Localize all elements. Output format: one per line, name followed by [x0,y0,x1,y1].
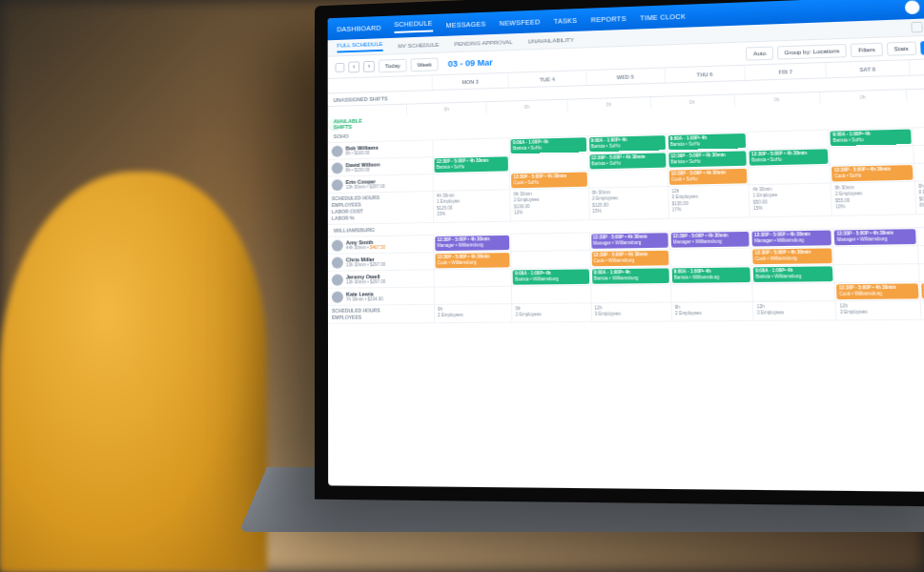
shift-cell[interactable]: 12:30P - 5:00P • 4h 30minBarista • SoHo [747,148,830,166]
tab-full-schedule[interactable]: FULL SCHEDULE [337,41,382,52]
avatar [332,256,343,268]
auto-button[interactable]: Auto [746,46,773,60]
shift-cell[interactable]: 12:30P - 5:00P • 4h 30minManager • Willi… [668,231,750,249]
day-col: WED 5 [585,69,665,86]
today-button[interactable]: Today [379,58,407,72]
select-all-checkbox[interactable] [336,62,345,72]
shift-cell[interactable]: 9:00A - 1:00P• 4hBarista • SoHo [586,134,667,153]
shift-cell[interactable]: 9:00A - 1:00P• 4hBarista • SoHo [509,136,587,154]
shift-cell[interactable]: 12:30P - 5:00P • 4h 30minManager • Willi… [433,235,510,252]
shift-cell[interactable]: 12:30P - 5:00P • 4h 30minCook • Williams… [834,282,919,300]
expand-icon[interactable] [911,22,923,33]
nav-schedule[interactable]: SCHEDULE [394,19,432,32]
avatar [332,145,343,156]
group-dropdown[interactable]: Group by: Locations [777,43,848,59]
tab-my-schedule[interactable]: MY SCHEDULE [398,41,439,48]
prev-button[interactable]: ‹ [348,61,359,72]
employee-bob[interactable]: Bob Williams8h • $160.00 [328,140,433,158]
shift-cell[interactable]: 9:00A - 1:00P• 4hBarista • SoHo [829,128,913,147]
avatar [332,179,343,191]
avatar [332,274,343,285]
stats-button[interactable]: Stats [887,41,916,55]
laptop-frame: DASHBOARD SCHEDULE MESSAGES NEWSFEED TAS… [315,0,924,507]
employee-jeremy[interactable]: Jeremy Owell13h 30min • $297.00 [328,270,434,287]
tab-pending[interactable]: PENDING APPROVAL [454,39,512,47]
employee-amy[interactable]: Amy Smith44h 30min • $467.50 [328,235,434,254]
shift-cell[interactable]: 12:30P - 5:00P • 4h 30minCook • SoHo [667,168,748,186]
shift-cell[interactable]: 12:30P - 5:00P • 4h 30minManager • Willi… [832,228,917,246]
shift-cell[interactable]: 9:00A - 1:00P• 4hBarista • Williamsburg [589,267,669,285]
shift-cell[interactable]: 9:00A - 1:00P• 4hBarista • Williamsburg [669,266,751,284]
shift-cell[interactable]: 9:00A - 1:00P• 4hBarista • Williamsburg [511,268,590,285]
nav-dashboard[interactable]: DASHBOARD [337,24,380,31]
nav-timeclock[interactable]: TIME CLOCK [640,12,686,21]
shift-cell[interactable]: 12:30P - 5:00P • 4h 30minManager • Willi… [589,232,669,250]
day-col: FRI 7 [744,63,826,80]
shift-cell[interactable]: 9:00A - 1:00P• 4hBarista • Williamsburg [751,265,834,283]
nav-messages[interactable]: MESSAGES [446,20,486,28]
day-col: TUE 4 [508,71,586,87]
employee-kate[interactable]: Kate Lewis7h 30min • $234.00 [328,288,434,305]
shift-cell[interactable]: 12:30P - 5:00P • 4h 30minCook • SoHo [830,164,914,183]
shift-cell[interactable]: 12:30P - 5:00P • 4h 30minBarista • SoHo [667,150,748,168]
shift-cell[interactable]: 9:00A - 1:00P• 4hBarista • SoHo [666,133,747,151]
shift-cell[interactable]: 12:30P - 5:00P • 4h 30minCook • SoHo [509,172,587,190]
shift-cell[interactable]: 12:30P - 5:00P • 4h 30minCook • Williams… [433,252,510,269]
next-button[interactable]: › [363,60,375,72]
add-shift-button[interactable]: + [919,40,924,54]
shift-cell[interactable]: 12:30P - 5:00P • 4h 30minCook • Williams… [750,247,833,265]
app-screen: DASHBOARD SCHEDULE MESSAGES NEWSFEED TAS… [328,0,924,493]
employee-erin[interactable]: Erin Cooper13h 30min • $297.00 [328,174,433,193]
avatar [904,0,919,14]
avatar [332,162,343,174]
avatar [332,239,343,251]
shift-cell[interactable]: 12:30P - 5:00P • 4h 30minBarista • SoHo [432,155,509,174]
date-range: 03 - 09 Mar [448,57,493,68]
week-dropdown[interactable]: Week [411,57,439,72]
shift-cell[interactable]: 12:30P - 5:00P • 4h 30minCook • Williams… [589,250,669,268]
nav-reports[interactable]: REPORTS [591,15,626,23]
nav-tasks[interactable]: TASKS [554,16,578,24]
day-col: MON 3 [432,73,508,90]
nav-newsfeed[interactable]: NEWSFEED [500,18,541,26]
available-header[interactable]: AVAILABLE SHIFTS [328,117,341,131]
user-menu[interactable]: Stephanie Johnson Sunny Side Up [904,0,924,14]
shift-cell[interactable]: 12:30P - 5:00P • 4h 30minManager • Willi… [749,230,832,248]
employee-david[interactable]: David Willson8h • $150.00 [328,157,433,175]
day-col: THU 6 [665,66,745,83]
employee-chris[interactable]: Chris Miller13h 30min • $297.00 [328,253,434,271]
avatar [332,291,343,302]
day-col: SUN 9 [908,57,924,74]
day-col: SAT 8 [826,60,909,77]
tab-unavailability[interactable]: UNAVAILABILITY [528,36,574,44]
filters-button[interactable]: Filters [851,42,883,56]
shift-cell[interactable]: 12:30P - 5:00P • 4h 30minBarista • SoHo [587,152,667,170]
shift-cell[interactable]: 12:30P - 5:00P • 4h 30minCook • Williams… [918,281,924,299]
person-shoulder [0,172,267,572]
